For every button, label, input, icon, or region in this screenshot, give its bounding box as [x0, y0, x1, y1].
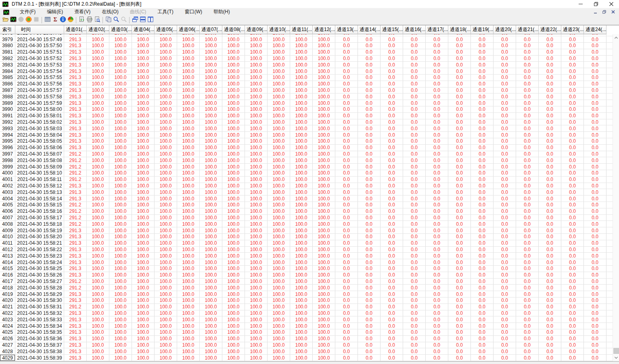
cell-ch07[interactable]: 100.0: [200, 310, 222, 316]
cell-ch19[interactable]: 0.0: [471, 151, 494, 157]
cell-ch02[interactable]: 100.0: [87, 34, 109, 36]
cell-ch05[interactable]: 100.0: [155, 81, 177, 87]
cell-ch03[interactable]: 100.0: [109, 329, 132, 335]
cell-ch22[interactable]: 0.0: [539, 49, 561, 55]
cell-ch07[interactable]: 100.0: [200, 355, 222, 361]
cell-ch04[interactable]: 100.0: [132, 247, 155, 253]
cell-ch20[interactable]: 0.0: [494, 177, 516, 183]
cell-ch16[interactable]: 0.0: [403, 342, 426, 348]
cell-ch05[interactable]: 100.0: [155, 253, 177, 259]
cell-ch05[interactable]: 100.0: [155, 297, 177, 304]
cell-ch20[interactable]: 0.0: [494, 170, 516, 176]
cell-ch19[interactable]: 0.0: [471, 113, 494, 119]
cell-ch17[interactable]: 0.0: [426, 259, 448, 265]
cell-ch21[interactable]: 0.0: [516, 106, 539, 112]
cell-ch03[interactable]: 100.0: [109, 49, 132, 55]
cell-ch13[interactable]: 0.0: [335, 259, 358, 265]
cell-ch14[interactable]: 0.0: [358, 310, 381, 316]
cell-index[interactable]: 4013: [0, 253, 15, 259]
cell-ch03[interactable]: 100.0: [109, 208, 132, 214]
cell-ch07[interactable]: 100.0: [200, 329, 222, 335]
cell-ch11[interactable]: 100.0: [290, 49, 313, 55]
col-header-ch22[interactable]: 通道22(...: [539, 25, 561, 34]
cell-ch04[interactable]: 100.0: [132, 297, 155, 304]
cell-ch04[interactable]: 100.0: [132, 336, 155, 342]
cell-time[interactable]: 2021-04-30 15:58:30: [15, 297, 64, 304]
cell-index[interactable]: 3993: [0, 125, 15, 131]
cell-ch12[interactable]: 100.0: [313, 266, 335, 272]
cell-ch23[interactable]: 0.0: [561, 183, 584, 189]
cell-ch12[interactable]: 100.0: [313, 145, 335, 151]
cell-ch01[interactable]: 291.2: [64, 202, 87, 208]
cell-ch16[interactable]: 0.0: [403, 125, 426, 131]
cell-ch06[interactable]: 100.0: [177, 75, 200, 81]
cell-ch09[interactable]: 100.0: [245, 132, 268, 138]
cell-ch20[interactable]: 0.0: [494, 227, 516, 233]
cell-ch10[interactable]: 100.0: [268, 291, 290, 297]
cell-ch22[interactable]: 0.0: [539, 291, 561, 297]
cell-ch10[interactable]: 100.0: [268, 272, 290, 278]
cell-ch06[interactable]: 100.0: [177, 81, 200, 87]
cell-ch07[interactable]: 100.0: [200, 36, 222, 42]
cell-ch11[interactable]: 100.0: [290, 138, 313, 144]
cell-ch01[interactable]: 291.3: [64, 234, 87, 240]
col-header-ch23[interactable]: 通道23(...: [561, 25, 584, 34]
cell-ch06[interactable]: 100.0: [177, 106, 200, 112]
cell-ch14[interactable]: 0.0: [358, 56, 381, 62]
cell-ch19[interactable]: 0.0: [471, 94, 494, 100]
search-button[interactable]: [112, 17, 120, 24]
cell-ch10[interactable]: 100.0: [268, 202, 290, 208]
cell-ch24[interactable]: 0.0: [584, 87, 606, 94]
cell-ch08[interactable]: 100.0: [222, 151, 245, 157]
cell-ch18[interactable]: 0.0: [448, 336, 471, 342]
cell-ch13[interactable]: 0.0: [335, 36, 358, 42]
cell-ch13[interactable]: 0.0: [335, 202, 358, 208]
cell-ch03[interactable]: 100.0: [109, 145, 132, 151]
cell-ch20[interactable]: 0.0: [494, 68, 516, 74]
cell-ch16[interactable]: 0.0: [403, 164, 426, 170]
cell-ch21[interactable]: 0.0: [516, 125, 539, 131]
cell-ch08[interactable]: 100.0: [222, 329, 245, 335]
col-header-time[interactable]: 时间: [15, 25, 64, 34]
cell-ch21[interactable]: 0.0: [516, 138, 539, 144]
open-folder-button[interactable]: [2, 17, 9, 24]
cell-ch16[interactable]: 0.0: [403, 170, 426, 176]
cell-ch03[interactable]: 100.0: [109, 119, 132, 125]
cell-ch22[interactable]: 0.0: [539, 100, 561, 106]
cell-ch07[interactable]: 100.0: [200, 234, 222, 240]
col-header-ch01[interactable]: 通道01(...: [64, 25, 87, 34]
cell-ch09[interactable]: 100.0: [245, 151, 268, 157]
cell-ch13[interactable]: 0.0: [335, 81, 358, 87]
cell-ch15[interactable]: 0.0: [381, 342, 403, 348]
cell-time[interactable]: 2021-04-30 15:58:19: [15, 227, 64, 233]
cell-ch17[interactable]: 0.0: [426, 49, 448, 55]
cell-ch09[interactable]: 100.0: [245, 157, 268, 163]
cell-ch07[interactable]: 100.0: [200, 125, 222, 131]
cell-ch18[interactable]: 0.0: [448, 355, 471, 361]
cell-ch24[interactable]: 0.0: [584, 221, 606, 227]
cell-ch10[interactable]: 100.0: [268, 34, 290, 36]
cell-ch11[interactable]: 100.0: [290, 355, 313, 361]
cell-ch18[interactable]: 0.0: [448, 266, 471, 272]
cell-ch03[interactable]: 100.0: [109, 36, 132, 42]
cell-ch03[interactable]: 100.0: [109, 138, 132, 144]
cell-ch24[interactable]: 0.0: [584, 100, 606, 106]
cell-ch18[interactable]: 0.0: [448, 348, 471, 354]
cell-ch12[interactable]: 100.0: [313, 227, 335, 233]
cell-ch09[interactable]: 100.0: [245, 279, 268, 285]
cell-ch21[interactable]: 0.0: [516, 49, 539, 55]
cell-time[interactable]: 2021-04-30 15:58:33: [15, 316, 64, 322]
cell-ch16[interactable]: 0.0: [403, 329, 426, 335]
cell-ch03[interactable]: 100.0: [109, 125, 132, 131]
cell-ch24[interactable]: 0.0: [584, 316, 606, 322]
cell-ch04[interactable]: 100.0: [132, 215, 155, 221]
cell-ch17[interactable]: 0.0: [426, 157, 448, 163]
cell-ch20[interactable]: 0.0: [494, 49, 516, 55]
col-header-ch18[interactable]: 通道18(...: [448, 25, 471, 34]
cell-ch24[interactable]: 0.0: [584, 106, 606, 112]
cell-ch15[interactable]: 0.0: [381, 62, 403, 68]
cell-ch19[interactable]: 0.0: [471, 291, 494, 297]
acquire-stop-button[interactable]: [25, 17, 32, 24]
cell-ch10[interactable]: 100.0: [268, 234, 290, 240]
cell-index[interactable]: 4012: [0, 247, 15, 253]
